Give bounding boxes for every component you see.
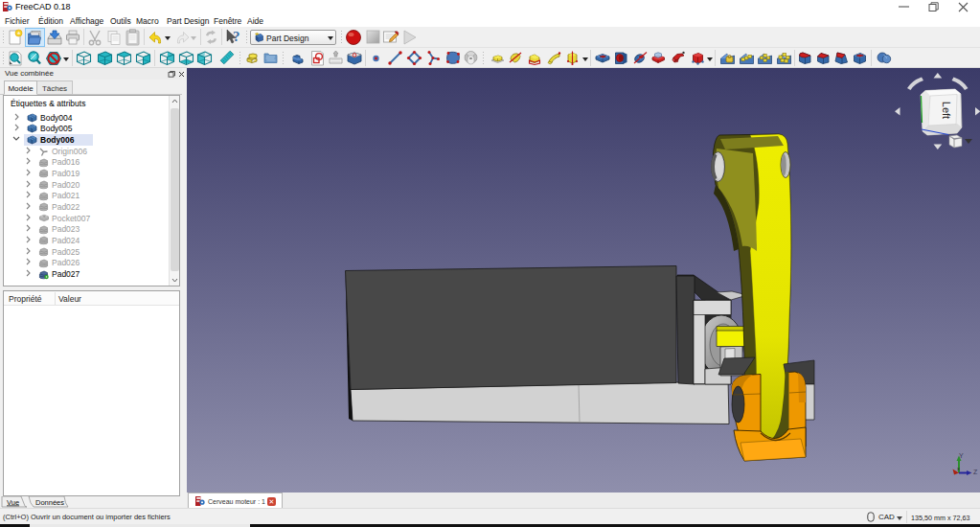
svg-text:Vue: Vue <box>7 498 19 507</box>
svg-text:x: x <box>957 466 960 471</box>
svg-text:Y: Y <box>959 452 964 459</box>
svg-text:Données: Données <box>35 498 64 507</box>
svg-text:Left: Left <box>941 102 952 119</box>
svg-text:Z: Z <box>973 469 978 475</box>
